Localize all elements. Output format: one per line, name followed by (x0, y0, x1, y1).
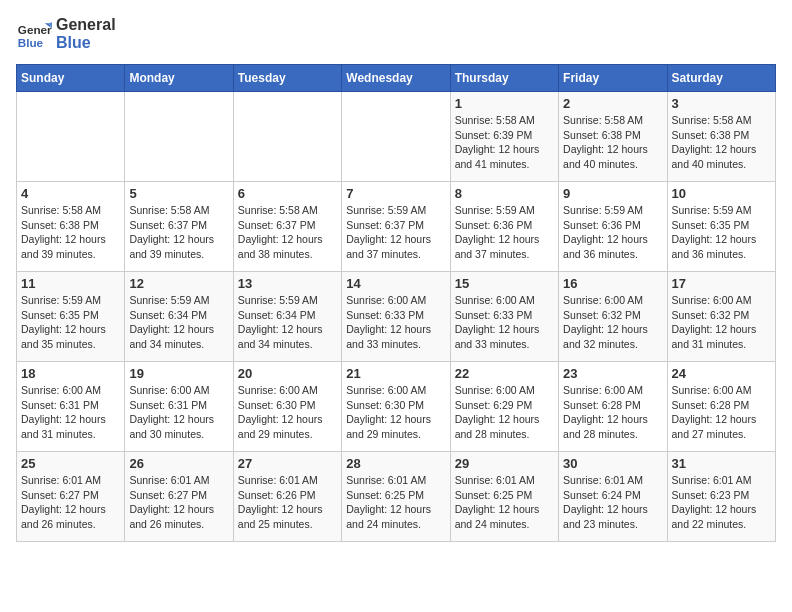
day-info: Sunrise: 6:01 AMSunset: 6:25 PMDaylight:… (346, 473, 445, 532)
day-info: Sunrise: 5:58 AMSunset: 6:38 PMDaylight:… (672, 113, 771, 172)
logo-icon: General Blue (16, 16, 52, 52)
calendar-cell: 31Sunrise: 6:01 AMSunset: 6:23 PMDayligh… (667, 452, 775, 542)
day-info: Sunrise: 6:01 AMSunset: 6:27 PMDaylight:… (129, 473, 228, 532)
calendar-cell (233, 92, 341, 182)
day-info: Sunrise: 5:59 AMSunset: 6:35 PMDaylight:… (672, 203, 771, 262)
calendar-cell: 7Sunrise: 5:59 AMSunset: 6:37 PMDaylight… (342, 182, 450, 272)
logo-general: General (56, 16, 116, 34)
calendar-cell: 3Sunrise: 5:58 AMSunset: 6:38 PMDaylight… (667, 92, 775, 182)
day-number: 28 (346, 456, 445, 471)
day-number: 31 (672, 456, 771, 471)
day-number: 16 (563, 276, 662, 291)
day-info: Sunrise: 6:00 AMSunset: 6:28 PMDaylight:… (563, 383, 662, 442)
calendar-cell: 8Sunrise: 5:59 AMSunset: 6:36 PMDaylight… (450, 182, 558, 272)
day-number: 6 (238, 186, 337, 201)
header-thursday: Thursday (450, 65, 558, 92)
day-number: 15 (455, 276, 554, 291)
calendar-cell (17, 92, 125, 182)
calendar-cell: 5Sunrise: 5:58 AMSunset: 6:37 PMDaylight… (125, 182, 233, 272)
day-info: Sunrise: 6:00 AMSunset: 6:28 PMDaylight:… (672, 383, 771, 442)
calendar-week-row: 1Sunrise: 5:58 AMSunset: 6:39 PMDaylight… (17, 92, 776, 182)
calendar-cell: 14Sunrise: 6:00 AMSunset: 6:33 PMDayligh… (342, 272, 450, 362)
day-number: 10 (672, 186, 771, 201)
day-info: Sunrise: 5:58 AMSunset: 6:37 PMDaylight:… (238, 203, 337, 262)
day-number: 24 (672, 366, 771, 381)
day-number: 13 (238, 276, 337, 291)
day-info: Sunrise: 5:58 AMSunset: 6:37 PMDaylight:… (129, 203, 228, 262)
day-number: 12 (129, 276, 228, 291)
header-tuesday: Tuesday (233, 65, 341, 92)
calendar-week-row: 18Sunrise: 6:00 AMSunset: 6:31 PMDayligh… (17, 362, 776, 452)
calendar-cell: 27Sunrise: 6:01 AMSunset: 6:26 PMDayligh… (233, 452, 341, 542)
calendar-cell: 24Sunrise: 6:00 AMSunset: 6:28 PMDayligh… (667, 362, 775, 452)
day-number: 30 (563, 456, 662, 471)
day-number: 4 (21, 186, 120, 201)
day-info: Sunrise: 5:59 AMSunset: 6:37 PMDaylight:… (346, 203, 445, 262)
header-saturday: Saturday (667, 65, 775, 92)
day-number: 3 (672, 96, 771, 111)
day-info: Sunrise: 6:00 AMSunset: 6:30 PMDaylight:… (238, 383, 337, 442)
calendar-cell (342, 92, 450, 182)
calendar-cell: 15Sunrise: 6:00 AMSunset: 6:33 PMDayligh… (450, 272, 558, 362)
calendar-cell: 20Sunrise: 6:00 AMSunset: 6:30 PMDayligh… (233, 362, 341, 452)
day-number: 5 (129, 186, 228, 201)
calendar-week-row: 11Sunrise: 5:59 AMSunset: 6:35 PMDayligh… (17, 272, 776, 362)
calendar-cell: 19Sunrise: 6:00 AMSunset: 6:31 PMDayligh… (125, 362, 233, 452)
day-number: 7 (346, 186, 445, 201)
calendar-cell: 29Sunrise: 6:01 AMSunset: 6:25 PMDayligh… (450, 452, 558, 542)
day-info: Sunrise: 5:59 AMSunset: 6:34 PMDaylight:… (129, 293, 228, 352)
day-info: Sunrise: 6:00 AMSunset: 6:30 PMDaylight:… (346, 383, 445, 442)
day-info: Sunrise: 5:58 AMSunset: 6:38 PMDaylight:… (21, 203, 120, 262)
day-number: 25 (21, 456, 120, 471)
day-info: Sunrise: 6:01 AMSunset: 6:25 PMDaylight:… (455, 473, 554, 532)
calendar-cell: 25Sunrise: 6:01 AMSunset: 6:27 PMDayligh… (17, 452, 125, 542)
day-info: Sunrise: 5:59 AMSunset: 6:34 PMDaylight:… (238, 293, 337, 352)
day-info: Sunrise: 6:00 AMSunset: 6:31 PMDaylight:… (21, 383, 120, 442)
day-info: Sunrise: 6:00 AMSunset: 6:29 PMDaylight:… (455, 383, 554, 442)
logo: General Blue General Blue (16, 16, 116, 52)
calendar-cell: 10Sunrise: 5:59 AMSunset: 6:35 PMDayligh… (667, 182, 775, 272)
calendar-cell: 6Sunrise: 5:58 AMSunset: 6:37 PMDaylight… (233, 182, 341, 272)
calendar-week-row: 25Sunrise: 6:01 AMSunset: 6:27 PMDayligh… (17, 452, 776, 542)
day-info: Sunrise: 6:00 AMSunset: 6:33 PMDaylight:… (346, 293, 445, 352)
day-info: Sunrise: 5:58 AMSunset: 6:38 PMDaylight:… (563, 113, 662, 172)
calendar-header-row: SundayMondayTuesdayWednesdayThursdayFrid… (17, 65, 776, 92)
calendar-cell: 18Sunrise: 6:00 AMSunset: 6:31 PMDayligh… (17, 362, 125, 452)
day-info: Sunrise: 6:01 AMSunset: 6:27 PMDaylight:… (21, 473, 120, 532)
header: General Blue General Blue (16, 16, 776, 52)
calendar-cell: 17Sunrise: 6:00 AMSunset: 6:32 PMDayligh… (667, 272, 775, 362)
calendar-week-row: 4Sunrise: 5:58 AMSunset: 6:38 PMDaylight… (17, 182, 776, 272)
svg-text:General: General (18, 23, 52, 36)
day-info: Sunrise: 6:01 AMSunset: 6:26 PMDaylight:… (238, 473, 337, 532)
calendar-cell: 12Sunrise: 5:59 AMSunset: 6:34 PMDayligh… (125, 272, 233, 362)
day-info: Sunrise: 6:00 AMSunset: 6:32 PMDaylight:… (672, 293, 771, 352)
calendar-cell: 23Sunrise: 6:00 AMSunset: 6:28 PMDayligh… (559, 362, 667, 452)
calendar-cell: 9Sunrise: 5:59 AMSunset: 6:36 PMDaylight… (559, 182, 667, 272)
day-number: 21 (346, 366, 445, 381)
day-info: Sunrise: 5:59 AMSunset: 6:36 PMDaylight:… (455, 203, 554, 262)
calendar-cell: 1Sunrise: 5:58 AMSunset: 6:39 PMDaylight… (450, 92, 558, 182)
day-number: 9 (563, 186, 662, 201)
day-info: Sunrise: 6:01 AMSunset: 6:24 PMDaylight:… (563, 473, 662, 532)
day-info: Sunrise: 6:00 AMSunset: 6:32 PMDaylight:… (563, 293, 662, 352)
calendar-cell: 22Sunrise: 6:00 AMSunset: 6:29 PMDayligh… (450, 362, 558, 452)
calendar-cell: 30Sunrise: 6:01 AMSunset: 6:24 PMDayligh… (559, 452, 667, 542)
calendar-cell: 21Sunrise: 6:00 AMSunset: 6:30 PMDayligh… (342, 362, 450, 452)
day-info: Sunrise: 5:59 AMSunset: 6:36 PMDaylight:… (563, 203, 662, 262)
day-info: Sunrise: 5:58 AMSunset: 6:39 PMDaylight:… (455, 113, 554, 172)
day-number: 23 (563, 366, 662, 381)
day-number: 29 (455, 456, 554, 471)
day-info: Sunrise: 5:59 AMSunset: 6:35 PMDaylight:… (21, 293, 120, 352)
day-info: Sunrise: 6:00 AMSunset: 6:33 PMDaylight:… (455, 293, 554, 352)
calendar-cell: 28Sunrise: 6:01 AMSunset: 6:25 PMDayligh… (342, 452, 450, 542)
header-monday: Monday (125, 65, 233, 92)
day-number: 27 (238, 456, 337, 471)
day-number: 14 (346, 276, 445, 291)
calendar-cell: 11Sunrise: 5:59 AMSunset: 6:35 PMDayligh… (17, 272, 125, 362)
header-friday: Friday (559, 65, 667, 92)
day-number: 8 (455, 186, 554, 201)
svg-text:Blue: Blue (18, 36, 44, 49)
day-number: 19 (129, 366, 228, 381)
day-info: Sunrise: 6:01 AMSunset: 6:23 PMDaylight:… (672, 473, 771, 532)
calendar-cell: 4Sunrise: 5:58 AMSunset: 6:38 PMDaylight… (17, 182, 125, 272)
